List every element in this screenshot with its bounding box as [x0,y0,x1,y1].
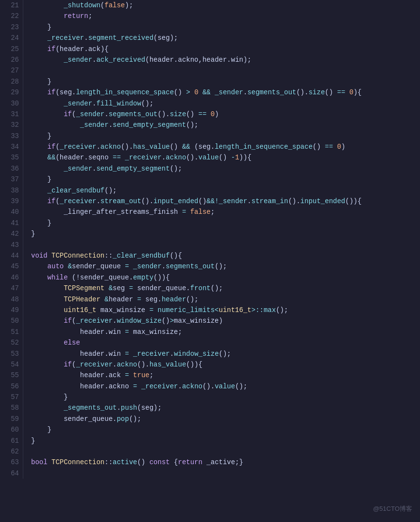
code-line: if(_receiver.ackno().has_value()){ [31,359,412,370]
line-number: 42 [4,228,19,239]
line-number: 29 [4,87,19,98]
code-line: _sender.fill_window(); [31,98,412,109]
line-number: 48 [4,294,19,305]
code-line: header.ackno = _receiver.ackno().value()… [31,381,412,392]
code-line: header.ack = true; [31,370,412,381]
line-number: 59 [4,414,19,424]
code-line: if(_receiver.window_size()>max_winsize) [31,315,412,326]
line-number: 53 [4,348,19,359]
code-line: sender_queue.pop(); [31,414,412,424]
code-line: _shutdown(false); [31,0,412,11]
code-line: TCPSegment &seg = sender_queue.front(); [31,283,412,294]
line-number: 45 [4,261,19,272]
code-line: uint16_t max_winsize = numeric_limits<ui… [31,305,412,315]
line-number: 31 [4,109,19,120]
code-viewer: 2122232425262728293031323334353637383940… [0,0,420,479]
code-line: } [31,218,412,228]
line-number: 36 [4,163,19,174]
code-line: } [31,76,412,87]
watermark: @51CTO博客 [373,504,412,514]
line-number: 49 [4,305,19,315]
line-number: 22 [4,11,19,21]
code-line: _receiver.segment_received(seg); [31,33,412,43]
code-line: if(_sender.segments_out().size() == 0) [31,109,412,120]
line-numbers: 2122232425262728293031323334353637383940… [0,0,23,479]
code-line: } [31,131,412,141]
line-number: 27 [4,65,19,76]
code-line: if(seg.length_in_sequence_space() > 0 &&… [31,87,412,98]
line-number: 50 [4,315,19,326]
line-number: 32 [4,120,19,130]
code-line [31,446,412,457]
code-line [31,240,412,250]
line-number: 38 [4,185,19,196]
code-line: TCPHeader &header = seg.header(); [31,294,412,305]
code-line: if(_receiver.ackno().has_value() && (seg… [31,141,412,152]
code-line: _segments_out.push(seg); [31,402,412,413]
line-number: 52 [4,337,19,348]
code-line: } [31,435,412,446]
line-number: 61 [4,435,19,446]
line-number: 62 [4,446,19,457]
code-line: &&(header.seqno == _receiver.ackno().val… [31,152,412,163]
code-line: while (!sender_queue.empty()){ [31,272,412,283]
code-content: _shutdown(false); return; } _receiver.se… [23,0,420,479]
code-line: header.win = max_winsize; [31,327,412,337]
code-line: } [31,174,412,185]
code-line: _sender.send_empty_segment(); [31,120,412,130]
line-number: 46 [4,272,19,283]
line-number: 60 [4,424,19,435]
code-line: void TCPConnection::_clear_sendbuf(){ [31,250,412,261]
code-line: _clear_sendbuf(); [31,185,412,196]
line-number: 23 [4,22,19,33]
line-number: 51 [4,327,19,337]
line-number: 54 [4,359,19,370]
line-number: 57 [4,392,19,402]
code-line: _sender.ack_received(header.ackno,header… [31,54,412,65]
code-line: if(header.ack){ [31,44,412,54]
code-line: } [31,22,412,33]
code-line: else [31,337,412,348]
code-line: } [31,392,412,402]
code-line [31,468,412,479]
line-number: 43 [4,240,19,250]
line-number: 25 [4,44,19,54]
line-number: 37 [4,174,19,185]
line-number: 47 [4,283,19,294]
line-number: 30 [4,98,19,109]
code-line: _sender.send_empty_segment(); [31,163,412,174]
line-number: 63 [4,457,19,468]
code-line: bool TCPConnection::active() const {retu… [31,457,412,468]
line-number: 34 [4,141,19,152]
line-number: 35 [4,152,19,163]
line-number: 21 [4,0,19,11]
line-number: 58 [4,402,19,413]
line-number: 40 [4,207,19,217]
code-line: } [31,228,412,239]
code-line: _linger_after_streams_finish = false; [31,207,412,217]
line-number: 56 [4,381,19,392]
line-number: 26 [4,54,19,65]
code-line [31,65,412,76]
line-number: 55 [4,370,19,381]
line-number: 39 [4,196,19,207]
line-number: 24 [4,33,19,43]
line-number: 28 [4,76,19,87]
code-line: header.win = _receiver.window_size(); [31,348,412,359]
code-line: } [31,424,412,435]
code-line: if(_receiver.stream_out().input_ended()&… [31,196,412,207]
line-number: 41 [4,218,19,228]
code-line: auto &sender_queue = _sender.segments_ou… [31,261,412,272]
line-number: 64 [4,468,19,479]
code-line: return; [31,11,412,21]
line-number: 33 [4,131,19,141]
line-number: 44 [4,250,19,261]
